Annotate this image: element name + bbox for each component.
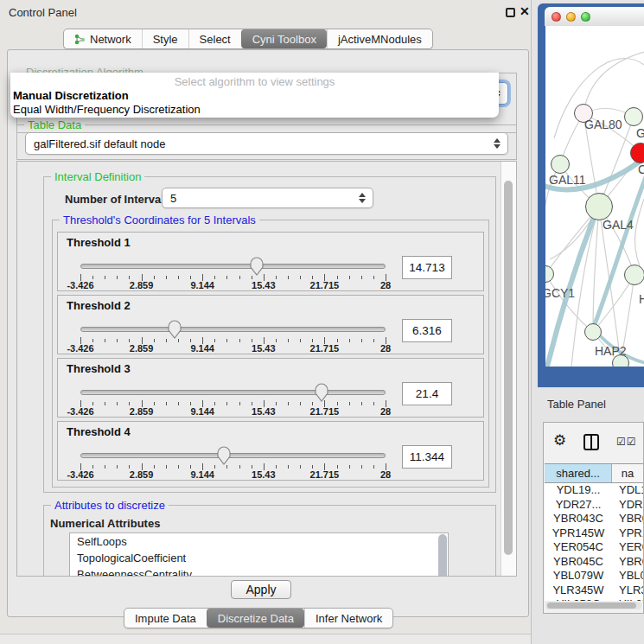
network-node-label: C [638, 163, 644, 176]
cell-name: YLR34 [612, 583, 643, 598]
network-node-ga[interactable] [624, 107, 643, 126]
table-row[interactable]: YBR043CYBR04 [545, 512, 643, 526]
slider-track[interactable] [80, 453, 386, 458]
algorithm-option-equal-width-frequency[interactable]: Equal Width/Frequency Discretization [13, 103, 201, 116]
cell-name: YPR14 [612, 526, 643, 541]
combo-spinner-icon [494, 138, 501, 149]
network-node-label: GA [636, 126, 644, 140]
numerical-attributes-list[interactable]: SelfLoopsTopologicalCoefficientBetweenne… [69, 532, 449, 577]
cell-shared-name: YBL079W [545, 569, 612, 583]
algorithm-placeholder-option[interactable]: Select algorithm to view settings [10, 75, 499, 88]
table-row[interactable]: YBL079WYBL07 [545, 569, 643, 583]
tab-label: Infer Network [316, 612, 382, 625]
interval-definition-title: Interval Definition [51, 170, 144, 183]
attribute-item-selfloops[interactable]: SelfLoops [70, 533, 448, 550]
table-row[interactable]: YPR145WYPR14 [545, 526, 643, 541]
vertical-scrollbar-track[interactable] [501, 162, 516, 576]
cell-name: YDR27 [612, 498, 643, 513]
close-icon[interactable]: ✕ [520, 4, 530, 18]
column-header-name[interactable]: na [612, 464, 643, 482]
network-node-gal4[interactable] [585, 193, 613, 220]
tab-select[interactable]: Select [188, 29, 241, 48]
table-header-row: shared... na [545, 463, 643, 483]
network-node[interactable] [612, 354, 629, 367]
threshold-label: Threshold 4 [67, 425, 131, 438]
slider-track[interactable] [80, 390, 386, 395]
cell-name: YIL05 [612, 597, 643, 601]
number-of-intervals-combobox[interactable]: 5 [162, 188, 373, 208]
float-window-icon[interactable] [506, 8, 515, 17]
column-header-shared-name[interactable]: shared... [545, 464, 612, 482]
control-panel-titlebar: Control Panel ✕ [0, 0, 534, 24]
threshold-panel-3: Threshold 3 -3.4262.8599.14415.4321.7152… [57, 358, 484, 418]
screen: Control Panel ✕ NetworkStyleSelectCyni T… [0, 0, 644, 644]
tab-label: Cyni Toolbox [252, 33, 316, 46]
network-node-gal11[interactable] [551, 155, 570, 174]
threshold-value-field[interactable]: 21.4 [402, 382, 452, 405]
numerical-attributes-label: Numerical Attributes [50, 517, 160, 530]
settings-viewport: Interval Definition Number of Intervals … [16, 161, 517, 577]
threshold-value-field[interactable]: 6.316 [402, 319, 452, 342]
apply-button[interactable]: Apply [231, 580, 291, 599]
cell-shared-name: YDR27... [545, 498, 612, 513]
column-layout-icon[interactable] [583, 434, 599, 450]
mac-close-icon[interactable] [552, 12, 561, 22]
mac-minimize-icon[interactable] [566, 12, 576, 22]
table-data-group-title: Table Data [24, 118, 85, 131]
network-view-window: GAL80GACGAL11GAL4GCY1HHAP2 [538, 3, 644, 387]
threshold-value-field[interactable]: 14.713 [402, 256, 452, 279]
network-canvas[interactable]: GAL80GACGAL11GAL4GCY1HHAP2 [545, 26, 644, 367]
tab-label: Style [153, 33, 178, 46]
cell-name: YDL19 [612, 483, 643, 498]
table-row[interactable]: YDL19...YDL19 [545, 483, 643, 498]
gear-icon[interactable]: ⚙ [553, 431, 566, 450]
tab-network[interactable]: Network [64, 29, 142, 48]
table-body[interactable]: YDL19...YDL19YDR27...YDR27YBR043CYBR04YP… [545, 483, 643, 601]
table-row[interactable]: YBR045CYBR04 [545, 555, 643, 570]
bottom-tab-infer-network[interactable]: Infer Network [304, 609, 392, 628]
tab-label: jActiveMNodules [338, 33, 422, 46]
table-row[interactable]: YIL052CYIL05 [545, 597, 643, 601]
tab-style[interactable]: Style [142, 29, 188, 48]
network-window-titlebar [545, 7, 644, 26]
window-bottom-strip [0, 634, 534, 644]
table-row[interactable]: YER054CYER05 [545, 540, 643, 555]
network-node-h[interactable] [624, 265, 644, 285]
table-row[interactable]: YDR27...YDR27 [545, 498, 643, 513]
table-panel: ⚙ ☑☑ shared... na YDL19...YDL19YDR27...Y… [543, 422, 644, 614]
combo-spinner-icon [359, 193, 366, 203]
algorithm-option-manual-discretization[interactable]: Manual Discretization [13, 89, 129, 102]
attributes-group-title: Attributes to discretize [51, 499, 169, 512]
network-node-label: GAL11 [549, 173, 586, 187]
bottom-tab-discretize-data[interactable]: Discretize Data [207, 609, 304, 628]
vertical-scrollbar-thumb[interactable] [504, 181, 513, 555]
bottom-tab-impute-data[interactable]: Impute Data [124, 609, 207, 628]
tab-cyni-toolbox[interactable]: Cyni Toolbox [241, 29, 327, 48]
list-scrollbar[interactable] [438, 534, 447, 577]
slider-track[interactable] [80, 264, 386, 269]
horizontal-scrollbar-thumb[interactable] [547, 603, 636, 609]
cell-shared-name: YDL19... [545, 483, 612, 498]
network-node-label: H [639, 292, 644, 306]
window-title: Control Panel [9, 6, 77, 19]
cell-name: YBR04 [612, 555, 643, 570]
tab-jactivemnodules[interactable]: jActiveMNodules [327, 29, 432, 48]
checkbox-icons[interactable]: ☑☑ [616, 436, 637, 448]
table-panel-title: Table Panel [547, 398, 606, 411]
slider-track[interactable] [80, 327, 386, 332]
table-row[interactable]: YLR345WYLR34 [545, 583, 643, 598]
slider-ticks [80, 400, 386, 408]
cyni-toolbox-panel: Table Data galFiltered.sif default node … [7, 49, 529, 617]
horizontal-scrollbar-track[interactable] [545, 602, 641, 609]
threshold-label: Threshold 1 [67, 236, 131, 249]
threshold-label: Threshold 2 [67, 299, 131, 312]
table-data-combobox[interactable]: galFiltered.sif default node [25, 132, 508, 155]
mac-zoom-icon[interactable] [581, 12, 590, 22]
cell-shared-name: YBR045C [545, 555, 612, 570]
threshold-value-field[interactable]: 11.344 [402, 445, 452, 469]
network-node-hap2[interactable] [584, 323, 602, 341]
attribute-item-topologicalcoefficient[interactable]: TopologicalCoefficient [70, 550, 448, 566]
cell-shared-name: YLR345W [545, 583, 612, 598]
attribute-item-betweennesscentrality[interactable]: BetweennessCentrality [70, 566, 448, 577]
cell-shared-name: YER054C [545, 540, 612, 555]
